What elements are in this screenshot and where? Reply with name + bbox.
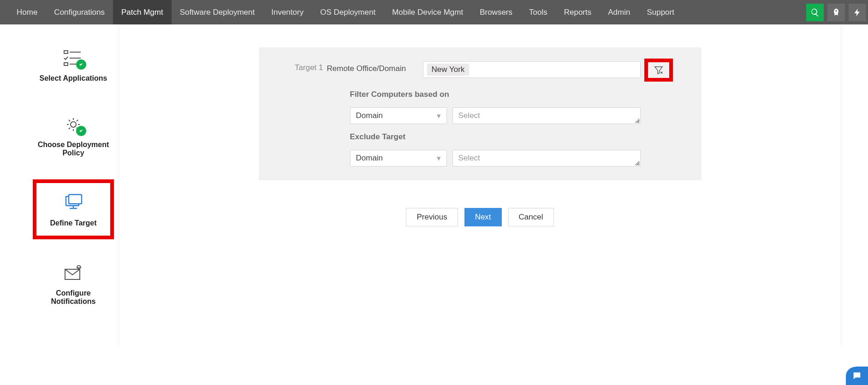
step-label: Configure Notifications xyxy=(35,289,112,306)
svg-rect-7 xyxy=(69,195,82,204)
step-select-applications[interactable]: Select Applications xyxy=(33,38,114,91)
clear-filter-button[interactable] xyxy=(644,59,673,82)
main-panel: Target 1 Remote Office/Domain New York F… xyxy=(119,24,840,347)
svg-point-11 xyxy=(78,268,79,269)
nav-software-deployment[interactable]: Software Deployment xyxy=(172,0,263,24)
nav-browsers[interactable]: Browsers xyxy=(471,0,521,24)
nav-inventory[interactable]: Inventory xyxy=(263,0,312,24)
lightning-icon xyxy=(853,8,862,17)
nav-configurations[interactable]: Configurations xyxy=(46,0,113,24)
target-config-box: Target 1 Remote Office/Domain New York F… xyxy=(259,47,702,180)
dropdown-value: Domain xyxy=(356,154,383,163)
nav-tools[interactable]: Tools xyxy=(521,0,556,24)
chevron-down-icon: ▾ xyxy=(437,111,441,121)
search-button[interactable] xyxy=(806,4,824,21)
mail-bell-icon xyxy=(62,263,84,283)
step-choose-deployment-policy[interactable]: Choose Deployment Policy xyxy=(33,105,114,166)
step-complete-badge xyxy=(76,126,86,136)
previous-button[interactable]: Previous xyxy=(406,208,458,226)
wizard-footer-buttons: Previous Next Cancel xyxy=(406,208,553,226)
svg-rect-0 xyxy=(64,51,68,53)
filter-clear-icon xyxy=(654,65,664,75)
dropdown-value: Domain xyxy=(356,111,383,120)
nav-admin[interactable]: Admin xyxy=(600,0,638,24)
chevron-down-icon: ▾ xyxy=(437,154,441,163)
step-define-target[interactable]: Define Target xyxy=(33,179,114,239)
nav-home[interactable]: Home xyxy=(8,0,46,24)
target-number-label: Target 1 xyxy=(259,61,323,72)
actions-button[interactable] xyxy=(849,4,866,21)
exclude-target-header: Exclude Target xyxy=(327,132,641,142)
monitor-icon xyxy=(62,193,84,213)
content-area: Select Applications Choose Deployment Po… xyxy=(0,24,868,347)
exclude-type-dropdown[interactable]: Domain ▾ xyxy=(350,150,447,166)
nav-mdm[interactable]: Mobile Device Mgmt xyxy=(384,0,471,24)
filter-value-select[interactable]: Select xyxy=(452,107,641,124)
nav-os-deployment[interactable]: OS Deployment xyxy=(312,0,384,24)
remote-office-label: Remote Office/Domain xyxy=(327,61,419,73)
step-configure-notifications[interactable]: Configure Notifications xyxy=(33,253,114,314)
nav-patch-mgmt[interactable]: Patch Mgmt xyxy=(113,0,172,24)
svg-rect-3 xyxy=(64,63,68,65)
step-label: Define Target xyxy=(50,219,96,227)
top-nav: Home Configurations Patch Mgmt Software … xyxy=(0,0,868,24)
exclude-target-row: Domain ▾ Select xyxy=(327,150,641,166)
exclude-value-select[interactable]: Select xyxy=(452,150,641,166)
filter-computers-header: Filter Computers based on xyxy=(327,90,641,99)
wizard-stepper: Select Applications Choose Deployment Po… xyxy=(27,24,119,347)
svg-point-5 xyxy=(71,122,76,127)
placeholder-text: Select xyxy=(458,154,480,163)
selected-domain-tag[interactable]: New York xyxy=(427,64,470,76)
cancel-button[interactable]: Cancel xyxy=(508,208,554,226)
step-label: Choose Deployment Policy xyxy=(35,141,112,157)
rocket-icon xyxy=(832,8,841,17)
step-complete-badge xyxy=(76,59,86,70)
remote-office-select[interactable]: New York xyxy=(423,61,641,78)
step-label: Select Applications xyxy=(40,74,107,83)
nav-support[interactable]: Support xyxy=(638,0,683,24)
search-icon xyxy=(810,8,820,17)
quick-launch-button[interactable] xyxy=(827,4,845,21)
placeholder-text: Select xyxy=(458,111,480,120)
filter-computers-row: Domain ▾ Select xyxy=(327,107,641,124)
filter-type-dropdown[interactable]: Domain ▾ xyxy=(350,107,447,124)
nav-reports[interactable]: Reports xyxy=(556,0,600,24)
next-button[interactable]: Next xyxy=(464,208,502,226)
